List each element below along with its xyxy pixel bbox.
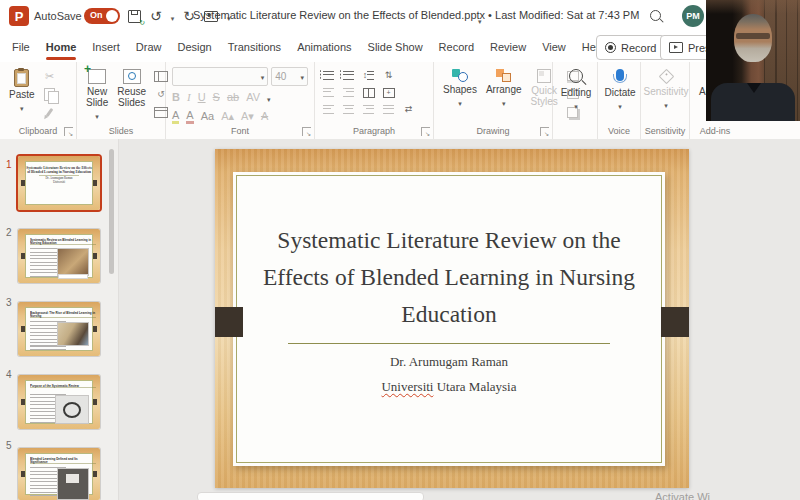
copy-icon[interactable]: [41, 87, 59, 101]
align-right-icon[interactable]: [360, 102, 377, 117]
reuse-slides-button[interactable]: Reuse Slides: [114, 67, 149, 123]
numbering-icon[interactable]: [340, 68, 357, 83]
slide-editor[interactable]: Systematic Literature Review on the Effe…: [215, 149, 689, 488]
character-spacing-icon[interactable]: AV: [246, 91, 260, 103]
avatar[interactable]: PM: [682, 5, 704, 27]
save-icon[interactable]: [128, 10, 141, 23]
undo-icon[interactable]: ↺: [150, 9, 162, 23]
bold-icon[interactable]: B: [172, 91, 180, 103]
tab-slide-show[interactable]: Slide Show: [360, 32, 431, 62]
sort-text-icon[interactable]: ⇅: [380, 68, 397, 83]
new-slide-button[interactable]: New Slide: [83, 67, 111, 123]
drawing-dialog-launcher-icon[interactable]: [540, 127, 549, 136]
font-size-combobox[interactable]: 40: [271, 67, 308, 86]
voice-group: Dictate Voice: [598, 62, 641, 139]
paste-clipboard-icon: [14, 69, 29, 87]
convert-smartart-icon[interactable]: ⇄: [400, 102, 417, 117]
slides-group: New Slide Reuse Slides ↺ Slides: [77, 62, 166, 139]
tab-file[interactable]: File: [4, 32, 38, 62]
columns-icon[interactable]: [360, 85, 377, 100]
cut-icon[interactable]: ✂: [41, 69, 59, 83]
paste-button[interactable]: Paste: [6, 67, 38, 119]
shapes-icon: [452, 69, 468, 82]
chevron-down-icon: [664, 99, 668, 110]
slide-thumbnail-panel: 1 Systematic Literature Review on the Ef…: [0, 139, 119, 500]
undo-chevron-down-icon[interactable]: [171, 7, 175, 25]
change-case-icon[interactable]: Aa: [201, 110, 214, 122]
strikethrough-icon[interactable]: S: [213, 91, 220, 103]
tab-insert[interactable]: Insert: [84, 32, 128, 62]
editing-button[interactable]: Editing: [558, 67, 595, 113]
arrange-button[interactable]: Arrange: [483, 67, 525, 119]
slide-author[interactable]: Dr. Arumugam Raman: [233, 354, 665, 370]
slide-number-5: 5: [6, 440, 12, 451]
font-dialog-launcher-icon[interactable]: [302, 127, 311, 136]
record-dot-icon: [605, 42, 616, 53]
slide-thumbnail-2[interactable]: Systematic Review on Blended Learning in…: [18, 229, 100, 283]
search-icon[interactable]: [650, 10, 661, 21]
webcam-overlay[interactable]: [706, 0, 800, 121]
chevron-down-icon: [574, 100, 578, 111]
chevron-down-icon: [20, 102, 24, 113]
shrink-font-icon[interactable]: A▾: [241, 110, 254, 123]
tab-home[interactable]: Home: [38, 32, 85, 62]
toggle-knob-icon: [106, 10, 118, 22]
slide-title[interactable]: Systematic Literature Review on the Effe…: [253, 222, 645, 333]
ribbon-tab-row: File Home Insert Draw Design Transitions…: [0, 32, 800, 63]
tab-draw[interactable]: Draw: [128, 32, 170, 62]
italic-icon[interactable]: I: [187, 91, 191, 103]
thumbnail-photo: [57, 248, 89, 276]
quick-styles-icon: [537, 69, 551, 83]
paragraph-dialog-launcher-icon[interactable]: [421, 127, 430, 136]
tab-animations[interactable]: Animations: [289, 32, 359, 62]
tab-record[interactable]: Record: [431, 32, 482, 62]
format-painter-icon[interactable]: [41, 105, 59, 119]
bullets-icon[interactable]: [320, 68, 337, 83]
slide-number-4: 4: [6, 369, 12, 380]
record-button[interactable]: Record: [596, 35, 665, 60]
clipboard-dialog-launcher-icon[interactable]: [64, 127, 73, 136]
autosave-state: On: [90, 10, 103, 20]
slide-content-panel[interactable]: Systematic Literature Review on the Effe…: [233, 172, 665, 466]
tab-transitions[interactable]: Transitions: [220, 32, 289, 62]
font-name-combobox[interactable]: [172, 67, 268, 86]
autosave-toggle[interactable]: On: [84, 8, 120, 24]
slide-thumbnail-3[interactable]: Background: The Rise of Blended Learning…: [18, 302, 100, 356]
increase-indent-icon[interactable]: [340, 85, 357, 100]
sensitivity-tag-icon: [658, 69, 674, 85]
scrollbar-thumb[interactable]: [109, 149, 114, 274]
title-chevron-down-icon[interactable]: [478, 10, 482, 28]
slide-thumbnail-1[interactable]: Systematic Literature Review on the Effe…: [18, 156, 100, 210]
justify-icon[interactable]: [380, 102, 397, 117]
decrease-indent-icon[interactable]: [320, 85, 337, 100]
text-shadow-icon[interactable]: ab: [227, 91, 239, 103]
text-direction-icon[interactable]: +: [380, 85, 397, 100]
slide-thumbnail-4[interactable]: Purpose of the Systematic Review: [18, 375, 100, 429]
highlight-color-icon[interactable]: A: [172, 109, 179, 124]
thumbnail-scrollbar[interactable]: [107, 139, 115, 500]
slide-affiliation[interactable]: Universiti Utara Malaysia: [233, 379, 665, 395]
shapes-button[interactable]: Shapes: [440, 67, 480, 119]
tab-review[interactable]: Review: [482, 32, 534, 62]
thumbnail-photo: [57, 468, 89, 500]
align-center-icon[interactable]: [340, 102, 357, 117]
font-color-icon[interactable]: A: [186, 109, 193, 124]
underline-icon[interactable]: U: [198, 91, 206, 103]
line-spacing-icon[interactable]: ↕: [360, 68, 377, 83]
grow-font-icon[interactable]: A▴: [221, 110, 234, 123]
sensitivity-group: Sensitivity Sensitivity: [641, 62, 690, 139]
autosave-label: AutoSave: [34, 10, 82, 22]
tab-design[interactable]: Design: [169, 32, 219, 62]
align-left-icon[interactable]: [320, 102, 337, 117]
slide-canvas-area: Systematic Literature Review on the Effe…: [119, 139, 800, 500]
clipboard-group: Paste ✂ Clipboard: [0, 62, 77, 139]
chevron-down-icon: [618, 100, 622, 111]
dictate-button[interactable]: Dictate: [601, 67, 638, 113]
person-shirt: [711, 83, 795, 121]
ribbon: Paste ✂ Clipboard New Slide: [0, 62, 800, 140]
tab-view[interactable]: View: [534, 32, 574, 62]
slide-thumbnail-5[interactable]: Blended Learning Defined and Its Signifi…: [18, 448, 100, 500]
sensitivity-button[interactable]: Sensitivity: [641, 67, 692, 112]
horizontal-scrollbar[interactable]: [197, 492, 424, 500]
clear-formatting-icon[interactable]: A: [261, 110, 268, 122]
